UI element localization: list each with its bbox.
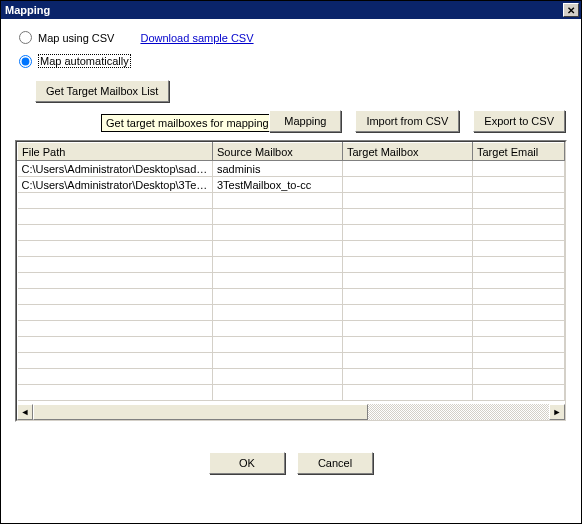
table-row[interactable] — [18, 321, 565, 337]
table-row[interactable] — [18, 369, 565, 385]
table-cell[interactable] — [213, 369, 343, 385]
table-cell[interactable] — [473, 241, 565, 257]
table-cell[interactable] — [343, 273, 473, 289]
table-cell[interactable] — [213, 353, 343, 369]
table-cell[interactable] — [473, 353, 565, 369]
table-row[interactable] — [18, 337, 565, 353]
table-cell[interactable] — [18, 321, 213, 337]
table-cell[interactable] — [18, 369, 213, 385]
table-cell[interactable] — [18, 385, 213, 401]
table-cell[interactable] — [213, 273, 343, 289]
col-source-mailbox[interactable]: Source Mailbox — [213, 143, 343, 161]
table-cell[interactable] — [343, 241, 473, 257]
table-cell[interactable] — [473, 321, 565, 337]
col-target-email[interactable]: Target Email — [473, 143, 565, 161]
mapping-table[interactable]: File Path Source Mailbox Target Mailbox … — [17, 142, 565, 401]
export-csv-button[interactable]: Export to CSV — [473, 110, 565, 132]
table-cell[interactable] — [473, 385, 565, 401]
table-cell[interactable] — [213, 337, 343, 353]
table-cell[interactable] — [473, 273, 565, 289]
table-cell[interactable] — [18, 241, 213, 257]
table-cell[interactable]: 3TestMailbox_to-cc — [213, 177, 343, 193]
window-title: Mapping — [5, 4, 563, 16]
import-csv-button[interactable]: Import from CSV — [355, 110, 459, 132]
col-target-mailbox[interactable]: Target Mailbox — [343, 143, 473, 161]
table-cell[interactable] — [343, 353, 473, 369]
table-cell[interactable] — [18, 193, 213, 209]
table-cell[interactable] — [473, 193, 565, 209]
download-sample-link[interactable]: Download sample CSV — [140, 32, 253, 44]
table-cell[interactable] — [343, 177, 473, 193]
table-cell[interactable] — [473, 225, 565, 241]
col-file-path[interactable]: File Path — [18, 143, 213, 161]
table-cell[interactable] — [473, 305, 565, 321]
table-cell[interactable]: C:\Users\Administrator\Desktop\3Tes... — [18, 177, 213, 193]
mapping-button[interactable]: Mapping — [269, 110, 341, 132]
scroll-thumb[interactable] — [33, 404, 368, 420]
table-cell[interactable] — [473, 337, 565, 353]
table-cell[interactable] — [343, 321, 473, 337]
table-cell[interactable] — [343, 161, 473, 177]
scroll-left-icon[interactable]: ◄ — [17, 404, 33, 420]
table-cell[interactable] — [18, 273, 213, 289]
scroll-track[interactable] — [33, 404, 549, 420]
radio-map-csv-label[interactable]: Map using CSV — [38, 32, 114, 44]
table-cell[interactable] — [213, 225, 343, 241]
table-cell[interactable] — [343, 385, 473, 401]
table-cell[interactable] — [18, 257, 213, 273]
table-row[interactable] — [18, 385, 565, 401]
radio-map-auto[interactable] — [19, 55, 32, 68]
table-cell[interactable]: C:\Users\Administrator\Desktop\sadm... — [18, 161, 213, 177]
table-row[interactable] — [18, 193, 565, 209]
table-cell[interactable] — [213, 321, 343, 337]
table-cell[interactable] — [473, 369, 565, 385]
table-cell[interactable] — [213, 241, 343, 257]
table-cell[interactable] — [343, 193, 473, 209]
table-cell[interactable] — [213, 193, 343, 209]
table-cell[interactable] — [18, 305, 213, 321]
table-cell[interactable] — [18, 225, 213, 241]
radio-map-csv-row: Map using CSV Download sample CSV — [19, 31, 571, 44]
table-cell[interactable] — [343, 369, 473, 385]
table-cell[interactable] — [213, 385, 343, 401]
table-cell[interactable] — [343, 305, 473, 321]
table-cell[interactable] — [18, 289, 213, 305]
table-row[interactable] — [18, 353, 565, 369]
get-target-mailbox-list-button[interactable]: Get Target Mailbox List — [35, 80, 169, 102]
table-cell[interactable] — [343, 257, 473, 273]
table-row[interactable] — [18, 225, 565, 241]
radio-map-auto-label[interactable]: Map automatically — [38, 54, 131, 68]
table-row[interactable]: C:\Users\Administrator\Desktop\3Tes...3T… — [18, 177, 565, 193]
ok-button[interactable]: OK — [209, 452, 285, 474]
table-cell[interactable] — [18, 209, 213, 225]
table-row[interactable] — [18, 209, 565, 225]
table-cell[interactable] — [473, 209, 565, 225]
table-cell[interactable] — [213, 305, 343, 321]
scroll-right-icon[interactable]: ► — [549, 404, 565, 420]
table-cell[interactable] — [473, 289, 565, 305]
radio-map-csv[interactable] — [19, 31, 32, 44]
table-cell[interactable] — [343, 209, 473, 225]
table-cell[interactable] — [473, 257, 565, 273]
cancel-button[interactable]: Cancel — [297, 452, 373, 474]
table-cell[interactable] — [18, 353, 213, 369]
table-header-row: File Path Source Mailbox Target Mailbox … — [18, 143, 565, 161]
table-cell[interactable] — [213, 209, 343, 225]
table-cell[interactable] — [343, 289, 473, 305]
table-cell[interactable] — [213, 257, 343, 273]
table-cell[interactable]: sadminis — [213, 161, 343, 177]
table-row[interactable]: C:\Users\Administrator\Desktop\sadm...sa… — [18, 161, 565, 177]
table-cell[interactable] — [213, 289, 343, 305]
table-row[interactable] — [18, 305, 565, 321]
table-cell[interactable] — [343, 337, 473, 353]
table-row[interactable] — [18, 289, 565, 305]
table-cell[interactable] — [18, 337, 213, 353]
table-cell[interactable] — [473, 161, 565, 177]
horizontal-scrollbar[interactable]: ◄ ► — [17, 404, 565, 420]
close-icon[interactable]: ✕ — [563, 3, 579, 17]
table-row[interactable] — [18, 273, 565, 289]
table-cell[interactable] — [343, 225, 473, 241]
table-row[interactable] — [18, 257, 565, 273]
table-cell[interactable] — [473, 177, 565, 193]
table-row[interactable] — [18, 241, 565, 257]
